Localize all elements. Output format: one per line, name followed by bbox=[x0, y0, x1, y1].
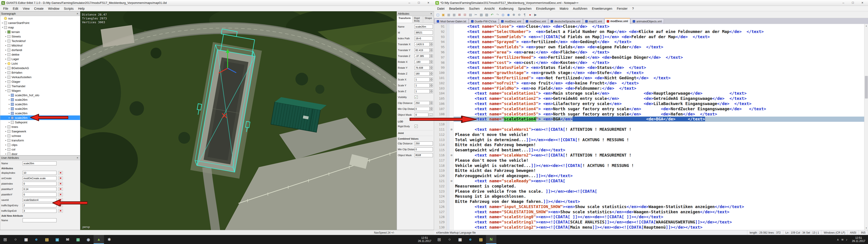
spinner-translate-z[interactable]: ▲▼ bbox=[430, 54, 433, 58]
delete-attribute-button[interactable]: ✕ bbox=[58, 187, 63, 191]
code-text[interactable]: <text name="ownfields"> <en>your own fie… bbox=[454, 44, 868, 50]
tab-moddesc-xml[interactable]: modDesc.xml bbox=[524, 19, 548, 24]
toolbar-play-macro-icon[interactable]: ▶ bbox=[533, 12, 538, 17]
tab-shape[interactable]: Shape bbox=[423, 16, 434, 23]
attr-input-min-clip-distance[interactable] bbox=[414, 107, 430, 111]
tab-moddesc-xml[interactable]: modDesc.xml bbox=[604, 18, 630, 24]
code-text[interactable]: Fahrzeuggewicht wird abgezogen...]]></de… bbox=[454, 173, 868, 179]
add-attribute-name-field[interactable] bbox=[23, 218, 57, 222]
code-line-97[interactable]: 97 <text name="FertilizerNeed"> <en>Fert… bbox=[434, 55, 868, 60]
viewport-3d-scene[interactable] bbox=[80, 11, 397, 230]
bookmark-margin[interactable] bbox=[447, 29, 450, 34]
spinner-rotate-z[interactable]: ▲▼ bbox=[430, 72, 433, 76]
code-text[interactable]: <text name="scaleStation1"> <en>Main sto… bbox=[454, 91, 868, 96]
bookmark-margin[interactable] bbox=[447, 117, 450, 122]
tab-mod-server-daten-txt[interactable]: Mod-Server-Daten.txt bbox=[434, 19, 469, 24]
ua-input-plateindex[interactable] bbox=[23, 182, 57, 186]
code-text[interactable] bbox=[454, 122, 868, 127]
bookmark-margin[interactable] bbox=[447, 65, 450, 70]
bookmark-margin[interactable] bbox=[447, 24, 450, 29]
fold-marker[interactable]: ⊟ bbox=[450, 179, 454, 184]
toolbar-cut-icon[interactable]: ✂ bbox=[473, 12, 478, 17]
code-line-111[interactable]: 111⊟ <text name="scaleWarn1"><en><![CDAT… bbox=[434, 127, 868, 132]
code-line-91[interactable]: 91 <text name="close"> <en>Close</en> <d… bbox=[434, 24, 868, 29]
bookmark-margin[interactable] bbox=[447, 75, 450, 81]
code-line-95[interactable]: 95 <text name="ownfields"> <en>your own … bbox=[434, 44, 868, 50]
taskbar-cortana-search[interactable]: ○ bbox=[444, 235, 455, 244]
scenegraph-item-scale26m-hof-silo[interactable]: ▸scale26m_hof_silo bbox=[0, 93, 80, 97]
ua-input-oncreate[interactable] bbox=[23, 176, 57, 180]
bookmark-margin[interactable] bbox=[447, 214, 450, 220]
menu-erweiterungen[interactable]: Erweiterungen bbox=[590, 6, 614, 11]
code-text[interactable]: <text name="cost"> <en>cost:</en> <de>Ko… bbox=[454, 60, 868, 65]
code-line-103[interactable]: 103 <text name="FieldNo"> <en>no Field</… bbox=[434, 86, 868, 91]
ua-input-plateminy[interactable] bbox=[23, 192, 57, 196]
spin-up-icon[interactable]: ▲ bbox=[430, 101, 433, 103]
toolbar-replace-icon[interactable]: ◉ bbox=[506, 12, 511, 17]
code-text[interactable]: <text name="noFruit"> <en>no fruit</en> … bbox=[454, 81, 868, 86]
maximize-button[interactable]: ☐ bbox=[414, 0, 424, 6]
taskbar-clock[interactable]: 12:5126.11.2017 bbox=[415, 235, 434, 244]
scenegraph-item-wagen[interactable]: ▾Wagen bbox=[0, 88, 80, 93]
expand-icon[interactable]: ▾ bbox=[1, 26, 4, 28]
fold-marker[interactable]: ⊟ bbox=[450, 153, 454, 158]
code-line-127[interactable]: 127 <text name="SCALESTATION_SHOW"><en>S… bbox=[434, 209, 868, 215]
tab-guelle-fw-cv-lua[interactable]: Guelle-FW-CV.lua bbox=[469, 19, 499, 24]
code-text[interactable]: <text name="scaleString1"><en><![CDATA[S… bbox=[454, 220, 868, 225]
expand-icon[interactable]: ▸ bbox=[4, 53, 7, 56]
code-text[interactable]: <text name="SummFields"> <en><![CDATA[%d… bbox=[454, 34, 868, 39]
code-text[interactable]: <text name="scaleStation5"> <en>North su… bbox=[454, 112, 868, 117]
bookmark-margin[interactable] bbox=[447, 199, 450, 204]
attr-input-id[interactable] bbox=[414, 30, 433, 35]
spin-down-icon[interactable]: ▼ bbox=[430, 80, 433, 82]
code-text[interactable]: <text name="input_SCALESTATION_SHOW"><en… bbox=[454, 204, 868, 209]
tab-moddesc-xml[interactable]: modDesc.xml bbox=[499, 19, 524, 24]
spin-up-icon[interactable]: ▲ bbox=[430, 48, 433, 50]
code-text[interactable]: Vehicle weight is subtracted...]]></en><… bbox=[454, 163, 868, 168]
ua-input-saveid[interactable] bbox=[23, 198, 57, 202]
scenegraph-item-brhafen[interactable]: ▸BrHafen bbox=[0, 70, 80, 75]
fold-marker[interactable]: ⊟ bbox=[450, 127, 454, 132]
spin-up-icon[interactable]: ▲ bbox=[430, 78, 433, 80]
delete-attribute-button[interactable]: ✕ bbox=[58, 204, 63, 207]
start-button[interactable]: ⊞ bbox=[434, 235, 444, 244]
attr-input-translate-y[interactable] bbox=[414, 48, 430, 52]
toolbar-zoom-in-icon[interactable]: ⊕ bbox=[511, 12, 516, 17]
expand-icon[interactable]: ▸ bbox=[4, 35, 7, 37]
code-text[interactable]: <text name="area"> <en>area:</en> <de>Fl… bbox=[454, 50, 868, 55]
spin-down-icon[interactable]: ▼ bbox=[430, 50, 433, 52]
toolbar-find-icon[interactable]: ◎ bbox=[500, 12, 505, 17]
spinner-clip-distance[interactable]: ▲▼ bbox=[430, 101, 433, 105]
ua-input-platemaxy[interactable] bbox=[23, 187, 57, 191]
tab-transform[interactable]: Transform bbox=[397, 16, 412, 23]
bookmark-margin[interactable] bbox=[447, 122, 450, 127]
attr-input-translate-x[interactable] bbox=[414, 42, 430, 46]
spin-down-icon[interactable]: ▼ bbox=[430, 74, 433, 76]
checkbox-visibility[interactable]: ✓ bbox=[414, 96, 418, 99]
taskbar-task-view[interactable]: ▦ bbox=[21, 235, 31, 244]
taskbar-store[interactable]: ▣ bbox=[52, 235, 62, 244]
expand-icon[interactable]: ▸ bbox=[4, 126, 7, 128]
scenegraph-item-safepoint[interactable]: ▸Safepoint bbox=[0, 120, 80, 124]
code-text[interactable]: Please drive vehicle from the scale. ]]>… bbox=[454, 189, 868, 194]
bookmark-margin[interactable] bbox=[447, 81, 450, 86]
expand-icon[interactable]: ▸ bbox=[4, 144, 7, 146]
vertical-scrollbar[interactable]: ▲ ▼ bbox=[864, 24, 868, 230]
code-text[interactable]: <text name="scaleString2"><en><![CDATA[M… bbox=[454, 225, 868, 230]
bookmark-margin[interactable] bbox=[447, 132, 450, 138]
bookmark-margin[interactable] bbox=[447, 148, 450, 153]
delete-attribute-button[interactable]: ✕ bbox=[58, 177, 63, 180]
bookmark-margin[interactable] bbox=[447, 96, 450, 101]
bookmark-margin[interactable] bbox=[447, 55, 450, 60]
scenegraph-item-scale26m[interactable]: ▸scale26m bbox=[0, 111, 80, 116]
code-text[interactable]: <text name="SelectNumber"> <en>Select a … bbox=[454, 29, 868, 34]
scenegraph-item-technikhof[interactable]: ▸Technikhof bbox=[0, 39, 80, 43]
close-button[interactable]: ✕ bbox=[424, 0, 433, 6]
menu-item[interactable]: ? bbox=[630, 6, 636, 11]
tab-map01-xml[interactable]: map01.xml bbox=[583, 19, 604, 24]
bookmark-margin[interactable] bbox=[447, 158, 450, 163]
spin-down-icon[interactable]: ▼ bbox=[430, 44, 433, 46]
code-text[interactable]: <text name="scaleStation4"> <en>BGA</en>… bbox=[454, 117, 868, 122]
user-attributes-close-button[interactable]: ✕ bbox=[76, 157, 79, 159]
status-insert-mode[interactable]: INS bbox=[859, 230, 868, 235]
